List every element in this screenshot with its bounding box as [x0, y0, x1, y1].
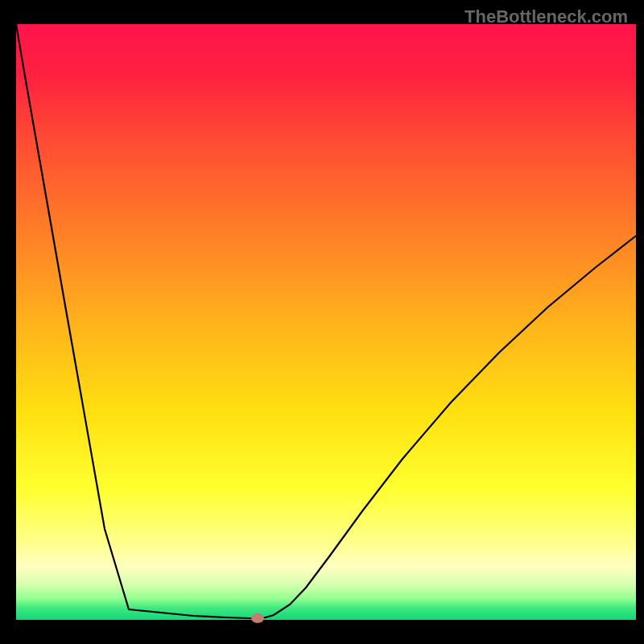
watermark-text: TheBottleneck.com: [464, 6, 628, 27]
optimum-marker: [251, 613, 264, 623]
plot-area: [16, 24, 636, 620]
chart-container: TheBottleneck.com: [0, 0, 644, 644]
chart-svg: [0, 0, 644, 644]
